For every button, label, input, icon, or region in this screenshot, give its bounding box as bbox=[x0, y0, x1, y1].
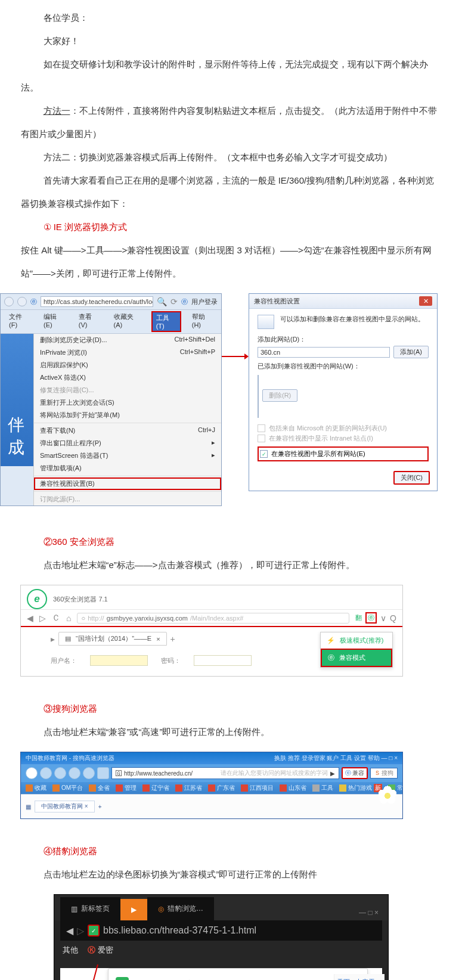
bookmark-item[interactable]: 辽宁省 bbox=[142, 784, 169, 792]
bookmark-icon bbox=[208, 784, 215, 792]
search-engine[interactable]: Ｓ搜狗 bbox=[370, 768, 398, 779]
username-input[interactable] bbox=[90, 655, 148, 666]
dropdown-icon[interactable]: ∨ bbox=[380, 613, 386, 623]
menu-item[interactable]: 弹出窗口阻止程序(P)▸ bbox=[34, 437, 221, 449]
compat-mode-icon[interactable]: ⓔ bbox=[365, 612, 377, 624]
search-icon[interactable]: Q bbox=[390, 613, 396, 623]
menu-view[interactable]: 查看(V) bbox=[75, 311, 103, 332]
chk-ms-updates: 包括来自 Microsoft 的更新的网站列表(U) bbox=[269, 424, 387, 433]
menu-item[interactable]: 兼容性视图设置(B) bbox=[34, 477, 221, 490]
menu-item[interactable]: 启用跟踪保护(K) bbox=[34, 359, 221, 371]
menu-item[interactable]: 删除浏览历史记录(D)...Ctrl+Shift+Del bbox=[34, 334, 221, 346]
menu-file[interactable]: 文件(F) bbox=[5, 311, 33, 332]
bookmark-item[interactable]: 收藏 bbox=[26, 784, 46, 792]
bookmarks-bar: 其他 Ⓚ 爱密 bbox=[54, 941, 388, 960]
fast-mode-option[interactable]: 极速模式(推荐) bbox=[321, 632, 392, 649]
url-text: bbs.liebao.cn/thread-37475-1-1.html bbox=[103, 925, 376, 936]
home-icon[interactable]: ⌂ bbox=[66, 613, 71, 623]
forward-icon[interactable] bbox=[17, 297, 27, 306]
bookmark-item[interactable]: 江苏省 bbox=[175, 784, 202, 792]
checkbox-icon[interactable] bbox=[258, 424, 265, 432]
bookmark-item[interactable]: 广东省 bbox=[208, 784, 235, 792]
browser-tab[interactable]: ▤ “国培计划（2014）”——E × bbox=[58, 632, 167, 646]
address-bar[interactable]: 🄶 http://www.teacheredu.cn/ 请在此输入您要访问的网址… bbox=[111, 767, 339, 779]
add-site-input[interactable]: 360.cn bbox=[258, 347, 390, 358]
go-icon[interactable]: ▶ bbox=[330, 770, 335, 777]
security-shield-icon[interactable]: ✓ bbox=[88, 925, 100, 936]
menu-edit[interactable]: 编辑(E) bbox=[40, 311, 68, 332]
close-button[interactable]: 关闭(C) bbox=[393, 471, 430, 485]
star-icon[interactable] bbox=[97, 767, 109, 779]
refresh-icon[interactable] bbox=[69, 767, 80, 779]
tab-list-icon[interactable]: ▸ bbox=[51, 634, 55, 644]
menu-item[interactable]: 查看下载(N)Ctrl+J bbox=[34, 424, 221, 437]
window-title: 中国教师教育网 - 搜狗高速浏览器 bbox=[26, 754, 114, 762]
address-bar[interactable]: ○ http://gsmbyye.yanxiu.jsyxsq.com/Main/… bbox=[77, 613, 349, 624]
back-icon[interactable]: ◀ bbox=[66, 925, 73, 936]
forward-icon[interactable]: ▷ bbox=[39, 613, 46, 623]
compat-mode-option[interactable]: 兼容模式 bbox=[321, 649, 392, 667]
tab-title[interactable]: 用户登录 bbox=[191, 297, 218, 306]
bookmark-item[interactable]: 山东省 bbox=[280, 784, 306, 792]
bm-other[interactable]: 其他 bbox=[63, 945, 78, 956]
url-path: /Main/Index.aspx# bbox=[190, 615, 243, 622]
arrow-annotation-icon bbox=[89, 965, 108, 980]
bm-item[interactable]: Ⓚ 爱密 bbox=[88, 945, 113, 956]
ie-window: ⓔ http://cas.study.teacheredu.cn/auth/lo… bbox=[0, 293, 222, 506]
bookmark-item[interactable]: 江西项目 bbox=[241, 784, 274, 792]
tab-close-icon[interactable]: × bbox=[85, 803, 88, 810]
checkbox-icon[interactable] bbox=[260, 450, 268, 458]
screenshot-sogou: 中国教师教育网 - 搜狗高速浏览器 换肤 推荐 登录管家 账户 工具 设置 帮助… bbox=[20, 752, 403, 819]
add-button[interactable]: 添加(A) bbox=[393, 346, 429, 358]
close-icon[interactable]: ✕ bbox=[419, 296, 432, 306]
delete-button[interactable]: 删除(R) bbox=[262, 389, 297, 402]
home-icon[interactable] bbox=[83, 767, 95, 779]
back-icon[interactable] bbox=[4, 297, 14, 306]
checkbox-icon[interactable] bbox=[258, 435, 265, 442]
menu-item[interactable]: 将网站添加到“开始”菜单(M) bbox=[34, 409, 221, 421]
menu-item[interactable]: ActiveX 筛选(X) bbox=[34, 371, 221, 384]
bookmarks-bar: 收藏OM平台全省管理辽宁省江苏省广东省江西项目山东省工具热门游戏新常用工具理金盒… bbox=[21, 782, 402, 794]
window-controls[interactable]: 换肤 推荐 登录管家 账户 工具 设置 帮助 — □ × bbox=[274, 754, 398, 762]
tab-close-icon[interactable]: × bbox=[156, 635, 160, 643]
menu-help[interactable]: 帮助(H) bbox=[188, 311, 216, 332]
bookmark-item[interactable]: 热门游戏新 bbox=[339, 784, 382, 792]
bookmark-item[interactable]: OM平台 bbox=[52, 784, 83, 792]
new-tab[interactable]: ▥新标签页 bbox=[60, 897, 120, 920]
tab-list-icon[interactable]: ▦ bbox=[26, 804, 31, 810]
bookmark-item[interactable]: 全省 bbox=[89, 784, 110, 792]
menu-item[interactable]: 修复连接问题(C)... bbox=[34, 384, 221, 396]
address-bar[interactable]: ◀ ▷ ✓ bbs.liebao.cn/thread-37475-1-1.htm… bbox=[60, 920, 382, 941]
back-icon[interactable] bbox=[40, 767, 52, 779]
bookmark-item[interactable]: 工具 bbox=[312, 784, 333, 792]
menu-item[interactable]: SmartScreen 筛选器(T)▸ bbox=[34, 449, 221, 462]
liebao-steps: 点击地址栏左边的绿色图标切换为“兼容模式”即可进行正常的上传附件 bbox=[21, 863, 441, 886]
compat-toggle[interactable]: ⓔ兼容 bbox=[342, 767, 368, 779]
menu-favorites[interactable]: 收藏夹(A) bbox=[110, 311, 144, 332]
search-icon[interactable]: 🔍 bbox=[157, 297, 167, 306]
forward-icon[interactable]: ▷ bbox=[77, 925, 84, 936]
menu-tools[interactable]: 工具(T) bbox=[151, 311, 181, 332]
browser-tab[interactable]: 中国教师教育网 × bbox=[35, 801, 95, 812]
bookmark-item[interactable]: 管理 bbox=[116, 784, 137, 792]
active-tab[interactable]: ▶ bbox=[120, 899, 147, 920]
b360-logo-icon: e bbox=[27, 589, 47, 609]
refresh-icon[interactable]: Ｃ bbox=[52, 613, 60, 624]
new-tab-icon[interactable]: + bbox=[98, 804, 102, 810]
dialog-title: 兼容性视图设置 bbox=[254, 297, 300, 306]
site-list[interactable] bbox=[258, 375, 259, 418]
window-controls[interactable]: — □ × bbox=[355, 905, 382, 920]
menu-item[interactable]: 重新打开上次浏览会话(S) bbox=[34, 396, 221, 409]
refresh-icon[interactable]: ⟳ bbox=[170, 297, 178, 306]
translate-icon[interactable]: 翻 bbox=[355, 613, 362, 622]
back-icon[interactable]: ◀ bbox=[27, 613, 33, 623]
address-bar[interactable]: http://cas.study.teacheredu.cn/auth/logi… bbox=[41, 296, 153, 307]
b360-title: 360安全浏览器 7.1 bbox=[53, 595, 396, 604]
menu-item[interactable]: 订阅此源(F)... bbox=[34, 493, 221, 505]
password-input[interactable] bbox=[194, 655, 252, 666]
new-tab-icon[interactable]: + bbox=[170, 634, 175, 644]
forward-icon[interactable] bbox=[54, 767, 66, 779]
menu-item[interactable]: 管理加载项(A) bbox=[34, 462, 221, 475]
browser-tab[interactable]: ◎猎豹浏览… bbox=[147, 897, 214, 920]
menu-item[interactable]: InPrivate 浏览(I)Ctrl+Shift+P bbox=[34, 346, 221, 359]
